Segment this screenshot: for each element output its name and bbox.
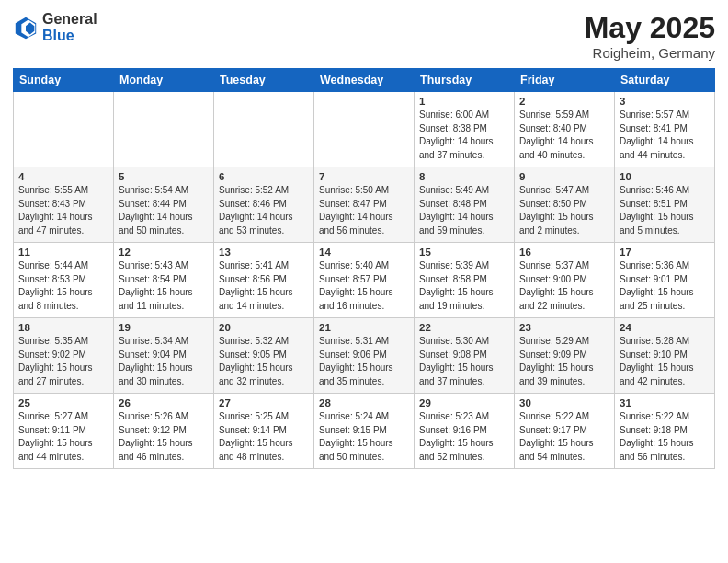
day-info: Sunrise: 5:25 AM Sunset: 9:14 PM Dayligh… — [219, 410, 309, 464]
calendar-cell: 12Sunrise: 5:43 AM Sunset: 8:54 PM Dayli… — [114, 243, 214, 318]
calendar-cell: 18Sunrise: 5:35 AM Sunset: 9:02 PM Dayli… — [14, 318, 114, 394]
calendar-cell — [14, 92, 114, 167]
day-number: 8 — [419, 171, 509, 182]
calendar-week-2: 4Sunrise: 5:55 AM Sunset: 8:43 PM Daylig… — [14, 167, 715, 243]
day-number: 7 — [319, 171, 409, 182]
header-sunday: Sunday — [14, 69, 114, 92]
day-info: Sunrise: 5:52 AM Sunset: 8:46 PM Dayligh… — [219, 184, 309, 237]
calendar-header-row: Sunday Monday Tuesday Wednesday Thursday… — [14, 69, 715, 92]
day-number: 23 — [519, 322, 609, 333]
day-number: 30 — [519, 397, 609, 408]
header-thursday: Thursday — [415, 69, 515, 92]
logo-blue-text: Blue — [42, 28, 97, 44]
day-info: Sunrise: 5:50 AM Sunset: 8:47 PM Dayligh… — [319, 184, 409, 237]
day-info: Sunrise: 5:28 AM Sunset: 9:10 PM Dayligh… — [620, 335, 710, 388]
day-info: Sunrise: 5:55 AM Sunset: 8:43 PM Dayligh… — [18, 184, 108, 237]
day-number: 27 — [219, 397, 309, 408]
calendar-cell: 21Sunrise: 5:31 AM Sunset: 9:06 PM Dayli… — [314, 318, 415, 394]
main-title: May 2025 — [585, 11, 715, 45]
calendar-cell: 27Sunrise: 5:25 AM Sunset: 9:14 PM Dayli… — [214, 394, 314, 469]
calendar-cell: 4Sunrise: 5:55 AM Sunset: 8:43 PM Daylig… — [14, 167, 114, 243]
day-number: 5 — [119, 171, 209, 182]
day-number: 16 — [519, 247, 609, 258]
day-number: 3 — [620, 96, 710, 107]
calendar-cell: 15Sunrise: 5:39 AM Sunset: 8:58 PM Dayli… — [415, 243, 515, 318]
calendar-cell: 8Sunrise: 5:49 AM Sunset: 8:48 PM Daylig… — [415, 167, 515, 243]
day-number: 10 — [620, 171, 710, 182]
calendar-cell: 19Sunrise: 5:34 AM Sunset: 9:04 PM Dayli… — [114, 318, 214, 394]
calendar-cell: 9Sunrise: 5:47 AM Sunset: 8:50 PM Daylig… — [515, 167, 615, 243]
day-info: Sunrise: 5:43 AM Sunset: 8:54 PM Dayligh… — [119, 259, 209, 313]
calendar-cell — [314, 92, 415, 167]
day-number: 2 — [519, 96, 609, 107]
day-info: Sunrise: 5:22 AM Sunset: 9:18 PM Dayligh… — [620, 410, 710, 464]
day-info: Sunrise: 5:41 AM Sunset: 8:56 PM Dayligh… — [219, 259, 309, 313]
day-info: Sunrise: 5:44 AM Sunset: 8:53 PM Dayligh… — [18, 259, 108, 313]
day-info: Sunrise: 5:29 AM Sunset: 9:09 PM Dayligh… — [519, 335, 609, 388]
calendar-cell: 31Sunrise: 5:22 AM Sunset: 9:18 PM Dayli… — [615, 394, 715, 469]
day-info: Sunrise: 5:34 AM Sunset: 9:04 PM Dayligh… — [119, 335, 209, 388]
calendar-cell: 25Sunrise: 5:27 AM Sunset: 9:11 PM Dayli… — [14, 394, 114, 469]
day-info: Sunrise: 5:35 AM Sunset: 9:02 PM Dayligh… — [18, 335, 108, 388]
day-number: 18 — [18, 322, 108, 333]
calendar-cell: 24Sunrise: 5:28 AM Sunset: 9:10 PM Dayli… — [615, 318, 715, 394]
day-info: Sunrise: 5:37 AM Sunset: 9:00 PM Dayligh… — [519, 259, 609, 313]
day-info: Sunrise: 5:32 AM Sunset: 9:05 PM Dayligh… — [219, 335, 309, 388]
day-info: Sunrise: 5:27 AM Sunset: 9:11 PM Dayligh… — [18, 410, 108, 464]
calendar-cell — [114, 92, 214, 167]
calendar-cell: 29Sunrise: 5:23 AM Sunset: 9:16 PM Dayli… — [415, 394, 515, 469]
calendar-cell: 6Sunrise: 5:52 AM Sunset: 8:46 PM Daylig… — [214, 167, 314, 243]
header-wednesday: Wednesday — [314, 69, 415, 92]
day-number: 15 — [419, 247, 509, 258]
day-number: 21 — [319, 322, 409, 333]
calendar-cell: 3Sunrise: 5:57 AM Sunset: 8:41 PM Daylig… — [615, 92, 715, 167]
day-number: 14 — [319, 247, 409, 258]
calendar-cell: 17Sunrise: 5:36 AM Sunset: 9:01 PM Dayli… — [615, 243, 715, 318]
header: General Blue May 2025 Roigheim, Germany — [13, 11, 715, 61]
day-info: Sunrise: 6:00 AM Sunset: 8:38 PM Dayligh… — [419, 109, 509, 162]
day-number: 1 — [419, 96, 509, 107]
calendar-cell: 1Sunrise: 6:00 AM Sunset: 8:38 PM Daylig… — [415, 92, 515, 167]
header-friday: Friday — [515, 69, 615, 92]
day-info: Sunrise: 5:39 AM Sunset: 8:58 PM Dayligh… — [419, 259, 509, 313]
day-info: Sunrise: 5:54 AM Sunset: 8:44 PM Dayligh… — [119, 184, 209, 237]
day-number: 19 — [119, 322, 209, 333]
day-info: Sunrise: 5:59 AM Sunset: 8:40 PM Dayligh… — [519, 109, 609, 162]
day-info: Sunrise: 5:46 AM Sunset: 8:51 PM Dayligh… — [620, 184, 710, 237]
calendar-cell: 16Sunrise: 5:37 AM Sunset: 9:00 PM Dayli… — [515, 243, 615, 318]
calendar-cell: 5Sunrise: 5:54 AM Sunset: 8:44 PM Daylig… — [114, 167, 214, 243]
day-number: 26 — [119, 397, 209, 408]
header-tuesday: Tuesday — [214, 69, 314, 92]
day-number: 28 — [319, 397, 409, 408]
day-number: 25 — [18, 397, 108, 408]
header-monday: Monday — [114, 69, 214, 92]
calendar-cell: 23Sunrise: 5:29 AM Sunset: 9:09 PM Dayli… — [515, 318, 615, 394]
calendar-cell — [214, 92, 314, 167]
page: General Blue May 2025 Roigheim, Germany … — [0, 0, 728, 563]
calendar-cell: 7Sunrise: 5:50 AM Sunset: 8:47 PM Daylig… — [314, 167, 415, 243]
day-number: 12 — [119, 247, 209, 258]
day-number: 6 — [219, 171, 309, 182]
title-block: May 2025 Roigheim, Germany — [585, 11, 715, 61]
day-number: 9 — [519, 171, 609, 182]
calendar-cell: 11Sunrise: 5:44 AM Sunset: 8:53 PM Dayli… — [14, 243, 114, 318]
day-number: 17 — [620, 247, 710, 258]
subtitle: Roigheim, Germany — [585, 45, 715, 61]
day-info: Sunrise: 5:40 AM Sunset: 8:57 PM Dayligh… — [319, 259, 409, 313]
calendar-cell: 20Sunrise: 5:32 AM Sunset: 9:05 PM Dayli… — [214, 318, 314, 394]
day-number: 11 — [18, 247, 108, 258]
day-info: Sunrise: 5:26 AM Sunset: 9:12 PM Dayligh… — [119, 410, 209, 464]
day-number: 13 — [219, 247, 309, 258]
day-number: 20 — [219, 322, 309, 333]
day-info: Sunrise: 5:24 AM Sunset: 9:15 PM Dayligh… — [319, 410, 409, 464]
day-number: 22 — [419, 322, 509, 333]
logo-general-text: General — [42, 11, 97, 28]
logo-icon — [13, 15, 39, 40]
calendar-cell: 13Sunrise: 5:41 AM Sunset: 8:56 PM Dayli… — [214, 243, 314, 318]
day-info: Sunrise: 5:36 AM Sunset: 9:01 PM Dayligh… — [620, 259, 710, 313]
calendar-cell: 26Sunrise: 5:26 AM Sunset: 9:12 PM Dayli… — [114, 394, 214, 469]
calendar-table: Sunday Monday Tuesday Wednesday Thursday… — [13, 68, 715, 469]
calendar-week-4: 18Sunrise: 5:35 AM Sunset: 9:02 PM Dayli… — [14, 318, 715, 394]
day-number: 4 — [18, 171, 108, 182]
calendar-cell: 2Sunrise: 5:59 AM Sunset: 8:40 PM Daylig… — [515, 92, 615, 167]
